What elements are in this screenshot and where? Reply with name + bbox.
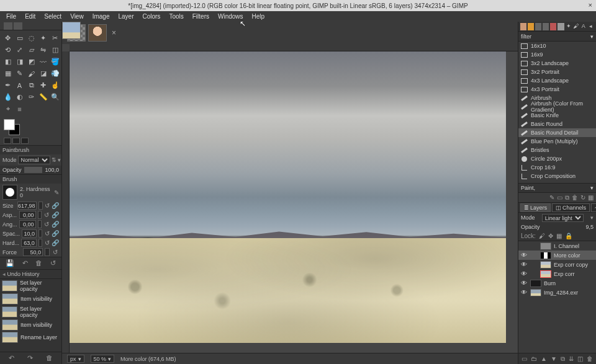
lock-pixels-icon[interactable]: 🖌 bbox=[539, 233, 545, 239]
tool-rect-select[interactable]: ▭ bbox=[14, 33, 25, 43]
tool-measure[interactable]: 📏 bbox=[38, 92, 48, 102]
brush-item[interactable]: 4x3 Landscape bbox=[518, 76, 596, 85]
lock-position-icon[interactable]: ✥ bbox=[548, 233, 553, 239]
layer-row[interactable]: 👁Img_4284.exr bbox=[518, 288, 596, 297]
menu-select[interactable]: Select bbox=[40, 12, 65, 21]
redo-icon[interactable]: ↷ bbox=[27, 354, 33, 362]
edit-icon[interactable]: ✎ bbox=[549, 194, 554, 201]
dock-menu-icon[interactable]: ◂ bbox=[588, 23, 594, 30]
link-icon[interactable]: 🔗 bbox=[52, 202, 59, 210]
layer-thumbnail[interactable] bbox=[540, 252, 551, 259]
mask-icon[interactable]: ◫ bbox=[577, 355, 583, 362]
layer-mode-select[interactable]: Linear light bbox=[542, 214, 584, 222]
refresh-icon[interactable]: ↻ bbox=[580, 194, 585, 201]
zoom-select[interactable]: 50 %▾ bbox=[91, 355, 115, 363]
tool-move[interactable]: ✥ bbox=[2, 33, 13, 43]
tool-shear[interactable]: ▱ bbox=[26, 45, 37, 55]
tool-path[interactable]: ✑ bbox=[26, 92, 37, 102]
unit-select[interactable]: px▾ bbox=[67, 355, 84, 363]
brush-item[interactable]: 16x10 bbox=[518, 42, 596, 50]
tool-perspective[interactable]: ◫ bbox=[50, 45, 60, 55]
menu-help[interactable]: Help bbox=[248, 12, 269, 21]
visibility-icon[interactable]: 👁 bbox=[520, 289, 528, 296]
spacing-spinner[interactable] bbox=[38, 229, 42, 237]
dock-icon[interactable] bbox=[520, 23, 526, 30]
tool-heal[interactable]: ✚ bbox=[38, 80, 48, 91]
layer-row[interactable]: 👁Exp corr bbox=[518, 269, 596, 278]
chevron-down-icon[interactable]: ▾ bbox=[58, 157, 61, 163]
close-icon[interactable]: × bbox=[589, 1, 592, 9]
chevron-down-icon[interactable]: ▾ bbox=[590, 185, 594, 191]
tool-dodge[interactable]: ◐ bbox=[14, 92, 25, 102]
clear-icon[interactable]: 🗑 bbox=[46, 354, 53, 362]
dock-icon[interactable] bbox=[550, 23, 556, 30]
new-group-icon[interactable]: 🗀 bbox=[531, 355, 537, 362]
merge-icon[interactable]: ⇊ bbox=[569, 355, 574, 362]
tool-crop[interactable]: ✂ bbox=[50, 33, 60, 43]
reset-icon[interactable]: ↺ bbox=[45, 202, 50, 210]
menu-edit[interactable]: Edit bbox=[21, 12, 39, 21]
brush-item[interactable]: Basic Round Detail bbox=[518, 128, 596, 137]
aspect-spinner[interactable] bbox=[38, 211, 42, 219]
tool-gradient[interactable]: ▦ bbox=[2, 68, 13, 79]
dock-icon[interactable] bbox=[543, 23, 549, 30]
angle-spinner[interactable] bbox=[38, 220, 42, 228]
dock-icon[interactable]: 🖌 bbox=[573, 23, 579, 30]
tool-eraser[interactable]: ◪ bbox=[38, 68, 48, 79]
reset-all-icon[interactable]: ↺ bbox=[50, 259, 56, 267]
layer-thumbnail[interactable] bbox=[530, 289, 541, 296]
hardness-value[interactable]: 63,0 bbox=[21, 239, 37, 247]
save-icon[interactable]: 💾 bbox=[6, 259, 14, 267]
dock-icon[interactable] bbox=[535, 23, 541, 30]
visibility-icon[interactable]: 👁 bbox=[520, 261, 528, 268]
brush-item[interactable]: 4x3 Portrait bbox=[518, 85, 596, 94]
tool-scale[interactable]: ⤢ bbox=[14, 45, 25, 55]
duplicate-layer-icon[interactable]: ⧉ bbox=[561, 355, 565, 363]
indicator[interactable] bbox=[4, 138, 11, 144]
tab-channels[interactable]: ◫ Channels bbox=[552, 203, 590, 212]
link-icon[interactable]: 🔗 bbox=[52, 221, 59, 228]
close-tab-icon[interactable]: × bbox=[112, 29, 116, 37]
force-value[interactable]: 50,0 bbox=[23, 248, 43, 256]
reset-icon[interactable]: ↺ bbox=[44, 239, 50, 247]
tool-ink[interactable]: ✒ bbox=[2, 80, 13, 91]
dock-tab[interactable] bbox=[4, 22, 12, 30]
tool-fuzzy-select[interactable]: ✦ bbox=[38, 33, 48, 43]
visibility-icon[interactable]: 👁 bbox=[520, 252, 528, 259]
tool-pencil[interactable]: ✎ bbox=[14, 68, 25, 79]
lower-icon[interactable]: ▼ bbox=[551, 355, 557, 362]
duplicate-icon[interactable]: ⧉ bbox=[565, 194, 569, 202]
restore-icon[interactable]: ↶ bbox=[22, 259, 28, 267]
layer-row[interactable]: 👁Exp corr copy bbox=[518, 260, 596, 269]
reset-icon[interactable]: ↺ bbox=[43, 221, 50, 228]
delete-icon[interactable]: 🗑 bbox=[572, 194, 578, 201]
edit-icon[interactable]: ✎ bbox=[54, 189, 59, 196]
tool-free-select[interactable]: ◌ bbox=[26, 33, 37, 43]
size-value[interactable]: 617,98 bbox=[17, 202, 37, 210]
undo-icon[interactable]: ↶ bbox=[9, 354, 14, 362]
menu-filters[interactable]: Filters bbox=[189, 12, 213, 21]
tab-layers[interactable]: ≣ Layers bbox=[520, 203, 551, 212]
hardness-spinner[interactable] bbox=[38, 239, 42, 247]
brush-item[interactable]: Airbrush (Color From Gradient) bbox=[518, 102, 596, 111]
aspect-value[interactable]: 0,00 bbox=[19, 211, 35, 219]
menu-file[interactable]: File bbox=[2, 12, 20, 21]
brush-thumbnail[interactable] bbox=[2, 185, 17, 200]
mode-select[interactable]: Normal bbox=[18, 156, 50, 164]
image-tab[interactable] bbox=[62, 22, 81, 39]
brush-item[interactable]: Basic Round bbox=[518, 120, 596, 128]
visibility-icon[interactable]: 👁 bbox=[520, 270, 528, 277]
menu-image[interactable]: Image bbox=[89, 12, 114, 21]
layer-row[interactable]: 👁More color bbox=[518, 251, 596, 260]
tool-flip[interactable]: ⇋ bbox=[38, 45, 48, 55]
link-icon[interactable]: 🔗 bbox=[52, 211, 59, 219]
undo-item[interactable]: Item visibility bbox=[0, 293, 61, 305]
reset-icon[interactable]: ↺ bbox=[52, 249, 59, 256]
tool-airbrush[interactable]: 💨 bbox=[50, 68, 60, 79]
tool-zoom[interactable]: 🔍 bbox=[50, 92, 60, 102]
fg-color[interactable] bbox=[4, 119, 15, 130]
layer-thumbnail[interactable] bbox=[540, 242, 551, 250]
brush-list[interactable]: 16x1016x93x2 Landscape3x2 Portrait4x3 La… bbox=[518, 42, 596, 183]
dock-icon[interactable] bbox=[558, 23, 564, 30]
tool-blur[interactable]: 💧 bbox=[2, 92, 13, 102]
